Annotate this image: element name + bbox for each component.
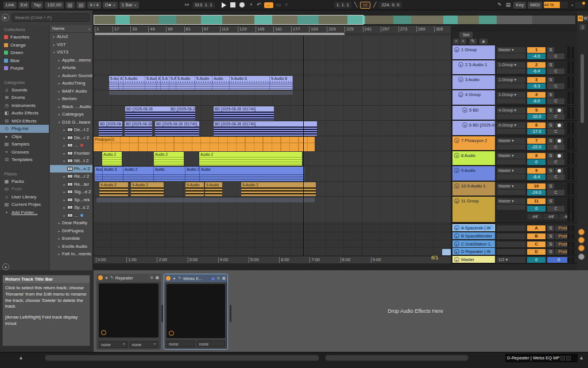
- browser-list-item[interactable]: ▸BABY Audio: [50, 87, 92, 95]
- beat-time-ruler[interactable]: 1173349658197113129145161177193209225241…: [94, 26, 451, 33]
- punch-out-icon[interactable]: ╱: [372, 2, 377, 8]
- track-number-button[interactable]: 1: [527, 47, 546, 53]
- send-level-field[interactable]: -inf: [527, 214, 542, 220]
- master-output-select[interactable]: 1/2 ▾: [497, 257, 525, 263]
- browser-list-item[interactable]: ▸AudioThing: [50, 79, 92, 87]
- track-name-cell[interactable]: ▾3 Audio: [452, 75, 495, 89]
- clip-track-9-audio[interactable]: AudAudio 3Audio 2AudioAudio 2Audio: [95, 167, 304, 181]
- clip-track-6-bd[interactable]: BD [2025-08-28 151740]: [214, 121, 317, 136]
- browser-list-item[interactable]: ▸Re...ter: [50, 181, 92, 189]
- return-field[interactable]: [497, 249, 525, 255]
- track-number-button[interactable]: 11: [527, 198, 546, 204]
- sidebar-item-audio-effects[interactable]: ◧Audio Effects: [0, 109, 49, 117]
- routing-sub-field[interactable]: [497, 190, 525, 195]
- master-pan-field[interactable]: 0: [547, 257, 570, 263]
- track-number-button[interactable]: 6: [527, 122, 546, 128]
- expand-icon[interactable]: ▸: [63, 128, 66, 132]
- save-preset-icon[interactable]: ▣: [222, 276, 226, 281]
- routing-sub-field[interactable]: [497, 68, 525, 74]
- arm-button[interactable]: [555, 153, 563, 159]
- browser-list-item[interactable]: ▸Arturia: [50, 64, 92, 72]
- sidebar-item-orange[interactable]: Orange: [0, 41, 49, 49]
- device-fold-icon[interactable]: ▼: [105, 276, 109, 280]
- expand-icon[interactable]: ▸: [63, 182, 66, 186]
- browser-list-item[interactable]: ▸Nit...t 2: [50, 157, 92, 165]
- sidechain-field[interactable]: none: [167, 340, 195, 347]
- track-name-cell[interactable]: ▾2 3-Audio 1: [452, 60, 495, 74]
- clip-track-5-bd[interactable]: BD [2025-08-26: [125, 106, 170, 120]
- track-header-row[interactable]: ▾8 AudioMaster ▾80SC: [452, 151, 577, 166]
- browser-list-item[interactable]: ▸Eventide: [50, 235, 92, 243]
- sidechain-select[interactable]: none▼: [99, 341, 128, 348]
- track-name-cell[interactable]: ◎11 Group: [452, 197, 495, 222]
- sidebar-item-packs[interactable]: ▦Packs: [0, 178, 49, 186]
- solo-button[interactable]: S: [547, 47, 554, 53]
- browser-column-header[interactable]: Name▲: [50, 25, 92, 33]
- track-header-row[interactable]: ▾6 BD [2025-084-Group ▾6-17.0SC: [452, 121, 577, 136]
- track-fold-icon[interactable]: ◎: [454, 47, 459, 52]
- browser-list-item[interactable]: ▾D16 G...tware: [50, 118, 92, 126]
- browser-list-item[interactable]: ▸Bertom: [50, 95, 92, 103]
- track-number-button[interactable]: 3: [527, 77, 546, 83]
- device-divider[interactable]: [161, 305, 163, 322]
- browser-list-item[interactable]: ▸Black ... Audio: [50, 103, 92, 111]
- add-marker-icon[interactable]: +: [453, 39, 459, 44]
- browser-list-item[interactable]: ▸Auburn Sounds: [50, 72, 92, 80]
- browser-list-item[interactable]: ▾VST3: [50, 48, 92, 56]
- return-field[interactable]: [497, 233, 525, 239]
- play-button[interactable]: [222, 2, 226, 8]
- output-routing-select[interactable]: 1-Group ▾: [497, 77, 525, 83]
- output-routing-select[interactable]: Master ▾: [497, 47, 525, 53]
- track-number-button[interactable]: 8: [527, 153, 546, 159]
- track-volume-field[interactable]: -6.4: [527, 174, 546, 180]
- return-b-indicator[interactable]: [578, 237, 585, 243]
- routing-sub-field[interactable]: [497, 98, 525, 103]
- clip-track-4-group[interactable]: [109, 91, 293, 95]
- quantize-menu[interactable]: 1 Bar▼: [119, 2, 139, 9]
- status-field-middle[interactable]: [325, 355, 469, 361]
- solo-button[interactable]: S: [547, 77, 554, 83]
- track-volume-field[interactable]: 0: [527, 206, 546, 212]
- follow-toggle-icon[interactable]: ○: [284, 2, 289, 8]
- browser-list-item[interactable]: ▸De...t 2: [50, 126, 92, 134]
- return-play-icon[interactable]: ▸: [454, 241, 459, 247]
- clip-track-8-audio[interactable]: Audio 2: [102, 152, 122, 166]
- pan-field[interactable]: C: [547, 190, 564, 195]
- expand-icon[interactable]: ▸: [57, 236, 61, 240]
- clip-return-d-lane[interactable]: [442, 249, 451, 255]
- device-title-bar[interactable]: ▼ ✎ Weiss E... ◆ ⊘ ▣: [164, 274, 227, 282]
- track-name-cell[interactable]: ▾8 Audio: [452, 151, 495, 165]
- output-routing-select[interactable]: Master ▾: [497, 168, 525, 174]
- solo-button[interactable]: S: [547, 92, 554, 98]
- pan-field[interactable]: C: [547, 206, 564, 212]
- expand-icon[interactable]: ▸: [57, 81, 61, 85]
- info-panel-toggle-icon[interactable]: ▲: [2, 263, 9, 270]
- minute-time-ruler[interactable]: 8/1 0:001:002:003:004:005:006:007:008:00…: [94, 256, 451, 263]
- routing-sub-field[interactable]: [497, 53, 525, 59]
- status-expand-icon[interactable]: ▲: [18, 355, 24, 361]
- ext-button[interactable]: Ext: [18, 2, 30, 9]
- return-name-cell[interactable]: ▸C DubStation 1.: [452, 240, 495, 247]
- solo-button[interactable]: S: [547, 183, 554, 189]
- browser-list-item[interactable]: ▸Dear Reality: [50, 219, 92, 227]
- track-header-row[interactable]: ▾9 AudioMaster ▾9-6.4SC: [452, 166, 577, 182]
- sidebar-item-blue[interactable]: Blue: [0, 57, 49, 65]
- pan-field[interactable]: C: [547, 144, 564, 150]
- track-number-button[interactable]: 5: [527, 108, 546, 113]
- arrangement-position-field[interactable]: 313. 1. 1: [192, 2, 215, 9]
- expand-icon[interactable]: ▸: [57, 221, 61, 225]
- solo-button[interactable]: S: [547, 233, 554, 239]
- midi-arrangement-overdub-icon[interactable]: +: [249, 2, 254, 8]
- browser-list-item[interactable]: ▸Felt In...ments: [50, 250, 92, 258]
- expand-icon[interactable]: ▸: [57, 244, 61, 248]
- master-indicator[interactable]: [578, 254, 585, 260]
- sidebar-item-green[interactable]: Green: [0, 49, 49, 57]
- search-input[interactable]: Search (Cmd + F): [11, 13, 90, 22]
- track-header-row[interactable]: ▾5 BD4-Group ▾5-10.0SC: [452, 106, 577, 121]
- keyboard-icon[interactable]: ▤: [505, 2, 512, 8]
- pan-field[interactable]: C: [547, 174, 564, 180]
- save-preset-icon[interactable]: ▣: [155, 275, 159, 280]
- track-header-row[interactable]: ◎11 GroupMaster ▾110SC-inf-inf-inf: [452, 197, 577, 223]
- track-header-row[interactable]: ▾2 3-Audio 11-Group ▾2-6.4SC: [452, 60, 577, 75]
- clip-track-10-audio[interactable]: 9-Audio 2: [241, 182, 316, 196]
